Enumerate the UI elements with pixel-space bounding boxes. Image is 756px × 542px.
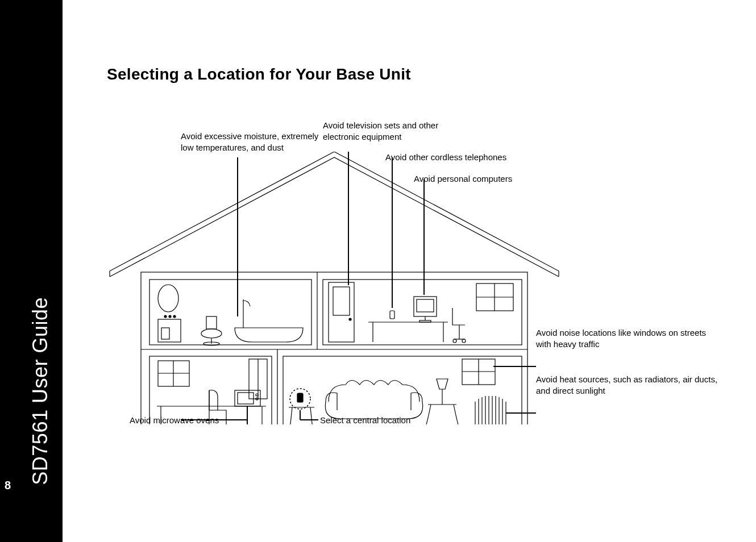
svg-rect-7 <box>283 356 522 424</box>
svg-line-53 <box>290 407 292 424</box>
callout-noise: Avoid noise locations like windows on st… <box>536 327 718 349</box>
svg-point-15 <box>201 329 222 338</box>
svg-point-13 <box>173 315 176 318</box>
svg-rect-10 <box>161 328 169 339</box>
svg-point-8 <box>158 285 178 312</box>
sidebar: SD7561 User Guide 8 <box>0 0 63 542</box>
page-content: Selecting a Location for Your Base Unit … <box>63 0 756 542</box>
svg-point-31 <box>453 339 456 343</box>
svg-point-21 <box>349 318 351 320</box>
svg-rect-19 <box>329 282 354 342</box>
svg-point-11 <box>164 315 167 318</box>
svg-rect-14 <box>206 316 217 329</box>
svg-rect-22 <box>390 311 394 319</box>
svg-rect-4 <box>149 280 311 345</box>
page-number: 8 <box>5 479 11 492</box>
doc-title: SD7561 User Guide <box>28 297 52 485</box>
svg-rect-29 <box>419 320 431 322</box>
svg-rect-51 <box>297 393 303 402</box>
page-title: Selecting a Location for Your Base Unit <box>107 65 739 84</box>
svg-rect-0 <box>141 272 527 424</box>
callout-moisture: Avoid excessive moisture, extremely low … <box>181 131 323 153</box>
house-icon <box>107 152 562 424</box>
svg-point-12 <box>169 315 171 318</box>
svg-line-54 <box>310 407 313 424</box>
callout-tv: Avoid television sets and other electron… <box>323 120 448 142</box>
svg-rect-42 <box>238 393 254 404</box>
svg-rect-27 <box>417 299 434 312</box>
svg-point-32 <box>462 339 466 343</box>
callout-heat: Avoid heat sources, such as radiators, a… <box>536 374 729 396</box>
house-diagram: Avoid excessive moisture, extremely low … <box>107 118 726 447</box>
svg-rect-20 <box>333 287 350 315</box>
